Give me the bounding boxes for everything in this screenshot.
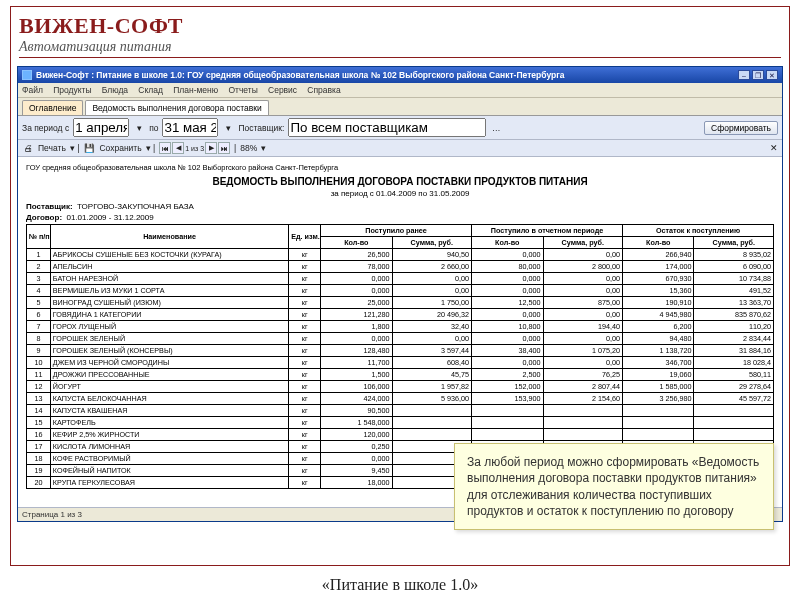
th-qty: Кол-во <box>321 237 393 249</box>
th-unit: Ед. изм. <box>289 225 321 249</box>
menu-reports[interactable]: Отчеты <box>228 85 257 95</box>
table-row: 9ГОРОШЕК ЗЕЛЕНЫЙ (КОНСЕРВЫ)кг128,4803 59… <box>27 345 774 357</box>
brand-title: ВИЖЕН-СОФТ <box>19 13 781 39</box>
calendar-icon[interactable]: ▾ <box>133 122 145 134</box>
nav-next-icon[interactable]: ▶ <box>205 142 217 154</box>
table-row: 10ДЖЕМ ИЗ ЧЕРНОЙ СМОРОДИНЫкг11,700608,40… <box>27 357 774 369</box>
menu-warehouse[interactable]: Склад <box>138 85 163 95</box>
table-row: 13КАПУСТА БЕЛОКОЧАННАЯкг424,0005 936,001… <box>27 393 774 405</box>
table-row: 1АБРИКОСЫ СУШЕНЫЕ БЕЗ КОСТОЧКИ (КУРАГА)к… <box>27 249 774 261</box>
th-qty: Кол-во <box>472 237 544 249</box>
titlebar[interactable]: Вижен-Софт : Питание в школе 1.0: ГОУ ср… <box>18 67 782 83</box>
table-row: 8ГОРОШЕК ЗЕЛЕНЫЙкг0,0000,000,0000,0094,4… <box>27 333 774 345</box>
table-row: 14КАПУСТА КВАШЕНАЯкг90,500 <box>27 405 774 417</box>
th-sum: Сумма, руб. <box>694 237 774 249</box>
org-name: ГОУ средняя общеобразовательная школа № … <box>26 163 774 172</box>
period-to-label: по <box>149 123 158 133</box>
lookup-icon[interactable]: … <box>490 122 502 134</box>
save-button[interactable]: Сохранить <box>99 143 141 153</box>
print-toolbar: 🖨 Печать▾ | 💾 Сохранить▾ | ⏮ ◀ 1 из 3 ▶ … <box>18 140 782 157</box>
supplier-meta-label: Поставщик: <box>26 202 73 211</box>
app-icon <box>22 70 32 80</box>
supplier-label: Поставщик: <box>238 123 284 133</box>
table-row: 4ВЕРМИШЕЛЬ ИЗ МУКИ 1 СОРТАкг0,0000,000,0… <box>27 285 774 297</box>
report-period: за период с 01.04.2009 по 31.05.2009 <box>26 189 774 198</box>
period-label: За период с <box>22 123 69 133</box>
menubar: Файл Продукты Блюда Склад План-меню Отче… <box>18 83 782 98</box>
nav-last-icon[interactable]: ⏭ <box>218 142 230 154</box>
form-report-button[interactable]: Сформировать <box>704 121 778 135</box>
date-from-input[interactable] <box>73 118 129 137</box>
th-group2: Поступило в отчетном периоде <box>472 225 623 237</box>
nav-prev-icon[interactable]: ◀ <box>172 142 184 154</box>
table-row: 5ВИНОГРАД СУШЕНЫЙ (ИЗЮМ)кг25,0001 750,00… <box>27 297 774 309</box>
th-name: Наименование <box>50 225 288 249</box>
save-icon[interactable]: 💾 <box>83 142 95 154</box>
table-row: 2АПЕЛЬСИНкг78,0002 660,0080,0002 800,001… <box>27 261 774 273</box>
minimize-button[interactable]: – <box>738 70 750 80</box>
th-sum: Сумма, руб. <box>543 237 622 249</box>
table-row: 12ЙОГУРТкг106,0001 957,82152,0002 807,44… <box>27 381 774 393</box>
menu-service[interactable]: Сервис <box>268 85 297 95</box>
menu-help[interactable]: Справка <box>307 85 340 95</box>
table-row: 6ГОВЯДИНА 1 КАТЕГОРИИкг121,28020 496,320… <box>27 309 774 321</box>
table-row: 15КАРТОФЕЛЬкг1 548,000 <box>27 417 774 429</box>
table-row: 7ГОРОХ ЛУЩЕНЫЙкг1,80032,4010,800194,406,… <box>27 321 774 333</box>
tab-report[interactable]: Ведомость выполнения договора поставки <box>85 100 268 115</box>
supplier-select[interactable] <box>288 118 486 137</box>
print-icon[interactable]: 🖨 <box>22 142 34 154</box>
close-tab-icon[interactable]: ✕ <box>770 143 778 153</box>
period-toolbar: За период с ▾ по ▾ Поставщик: … Сформиро… <box>18 116 782 140</box>
th-no: № п/п <box>27 225 51 249</box>
footer-caption: «Питание в школе 1.0» <box>0 576 800 594</box>
zoom-value[interactable]: 88% <box>240 143 257 153</box>
supplier-meta: ТОРГОВО-ЗАКУПОЧНАЯ БАЗА <box>77 202 194 211</box>
menu-products[interactable]: Продукты <box>53 85 91 95</box>
th-qty: Кол-во <box>622 237 694 249</box>
report-title: ВЕДОМОСТЬ ВЫПОЛНЕНИЯ ДОГОВОРА ПОСТАВКИ П… <box>26 176 774 187</box>
maximize-button[interactable]: ❐ <box>752 70 764 80</box>
print-button[interactable]: Печать <box>38 143 66 153</box>
table-row: 11ДРОЖЖИ ПРЕССОВАННЫЕкг1,50045,752,50076… <box>27 369 774 381</box>
menu-dishes[interactable]: Блюда <box>102 85 128 95</box>
tab-contents[interactable]: Оглавление <box>22 100 83 115</box>
th-sum: Сумма, руб. <box>392 237 471 249</box>
window-title: Вижен-Софт : Питание в школе 1.0: ГОУ ср… <box>36 70 738 80</box>
contract-meta: 01.01.2009 - 31.12.2009 <box>67 213 154 222</box>
calendar-icon[interactable]: ▾ <box>222 122 234 134</box>
contract-meta-label: Договор: <box>26 213 62 222</box>
brand-subtitle: Автоматизация питания <box>19 39 781 58</box>
nav-first-icon[interactable]: ⏮ <box>159 142 171 154</box>
close-button[interactable]: ✕ <box>766 70 778 80</box>
th-group1: Поступило ранее <box>321 225 472 237</box>
menu-plan[interactable]: План-меню <box>173 85 218 95</box>
table-row: 16КЕФИР 2,5% ЖИРНОСТИкг120,000 <box>27 429 774 441</box>
menu-file[interactable]: Файл <box>22 85 43 95</box>
th-group3: Остаток к поступлению <box>622 225 773 237</box>
date-to-input[interactable] <box>162 118 218 137</box>
nav-pages: 1 из 3 <box>185 142 204 154</box>
table-row: 3БАТОН НАРЕЗНОЙкг0,0000,000,0000,00670,9… <box>27 273 774 285</box>
annotation-callout: За любой период можно сформировать «Ведо… <box>454 443 774 530</box>
